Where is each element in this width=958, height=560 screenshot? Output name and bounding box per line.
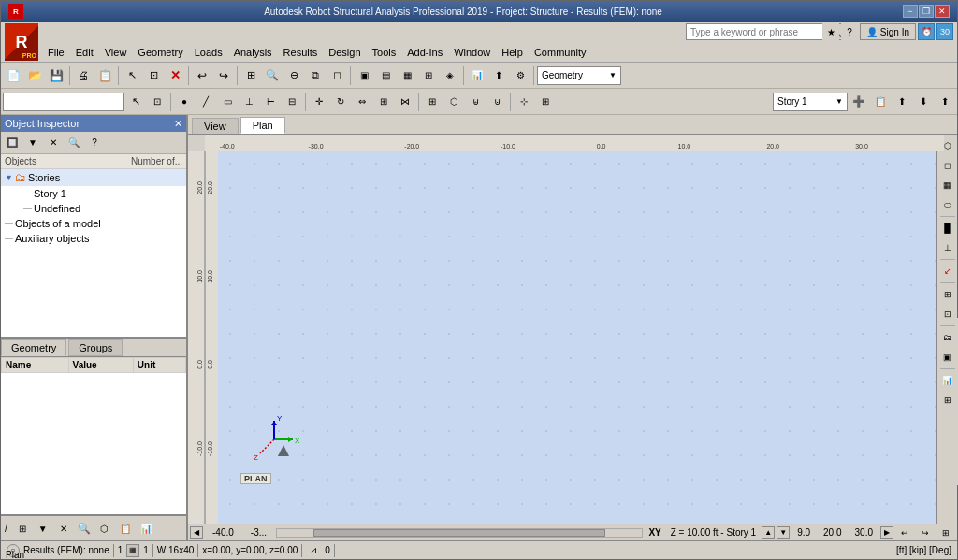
scroll-up-btn[interactable]: ▲ bbox=[762, 526, 775, 539]
render-btn[interactable]: ▣ bbox=[354, 65, 374, 86]
zoom-all-btn[interactable]: ⊞ bbox=[240, 65, 261, 86]
rt-btn4[interactable]: ⬭ bbox=[938, 195, 957, 214]
rt-btn12[interactable]: 📊 bbox=[938, 371, 957, 390]
extrude-btn[interactable]: ⬡ bbox=[443, 92, 464, 112]
menu-addins[interactable]: Add-Ins bbox=[401, 45, 448, 60]
rt-btn5[interactable]: █ bbox=[938, 219, 957, 237]
help-icon[interactable]: ? bbox=[841, 23, 858, 40]
nav-up-btn[interactable]: ⬆ bbox=[935, 92, 955, 112]
zoom-in-btn[interactable]: 🔍 bbox=[262, 65, 283, 86]
calc-btn[interactable]: ⚙ bbox=[510, 65, 530, 86]
story-up-btn[interactable]: ⬆ bbox=[892, 92, 912, 112]
rt-btn13[interactable]: ⊞ bbox=[938, 391, 957, 409]
menu-window[interactable]: Window bbox=[448, 45, 496, 60]
intersect-btn[interactable]: ⋈ bbox=[395, 92, 415, 112]
scroll-left-btn[interactable]: ◀ bbox=[190, 526, 203, 539]
nav-btn3[interactable]: ⊞ bbox=[936, 525, 955, 540]
load-btn[interactable]: ⬆ bbox=[488, 65, 509, 86]
zoom-out-btn[interactable]: ⊖ bbox=[283, 65, 304, 86]
rt-btn2[interactable]: ◻ bbox=[938, 156, 957, 175]
obj-inspector-close[interactable]: ✕ bbox=[174, 118, 182, 130]
release-btn[interactable]: ⊢ bbox=[260, 92, 281, 112]
scroll-down-btn[interactable]: ▼ bbox=[777, 526, 790, 539]
rt-btn3[interactable]: ▦ bbox=[938, 176, 957, 194]
minimize-btn[interactable]: − bbox=[903, 5, 918, 18]
mirror-btn[interactable]: ⇔ bbox=[352, 92, 372, 112]
nav-btn2[interactable]: ↪ bbox=[916, 525, 935, 540]
disp3-btn[interactable]: ⊞ bbox=[418, 65, 439, 86]
menu-design[interactable]: Design bbox=[323, 45, 366, 60]
section-btn[interactable]: ⊟ bbox=[282, 92, 302, 112]
star-icon[interactable]: ★ bbox=[822, 23, 839, 40]
rt-btn6[interactable]: ⊥ bbox=[938, 238, 957, 257]
lbt-btn7[interactable]: 📊 bbox=[137, 519, 155, 538]
rt-btn7[interactable]: ↙ bbox=[938, 262, 957, 280]
drawing-area[interactable]: X Y Z PLAN bbox=[218, 151, 936, 524]
unify-btn[interactable]: ⊌ bbox=[465, 92, 486, 112]
view3d-btn[interactable]: ◻ bbox=[327, 65, 347, 86]
tree-story1[interactable]: — Story 1 bbox=[1, 186, 186, 201]
copy-btn[interactable]: ⧉ bbox=[305, 65, 326, 86]
mesh-btn[interactable]: ⊞ bbox=[422, 92, 443, 112]
rotate-btn[interactable]: ↻ bbox=[330, 92, 351, 112]
rt-btn10[interactable]: 🗂 bbox=[938, 328, 957, 347]
lbt-btn6[interactable]: 📋 bbox=[116, 519, 135, 538]
rt-btn11[interactable]: ▣ bbox=[938, 348, 957, 366]
snap-btn[interactable]: ⊹ bbox=[514, 92, 534, 112]
printprev-btn[interactable]: 📋 bbox=[94, 65, 115, 86]
tab-groups[interactable]: Groups bbox=[68, 339, 123, 356]
tab-geometry[interactable]: Geometry bbox=[1, 339, 66, 356]
command-input[interactable] bbox=[3, 93, 124, 111]
obj-help-btn[interactable]: ? bbox=[85, 134, 104, 152]
menu-file[interactable]: File bbox=[42, 45, 70, 60]
tree-aux-objects[interactable]: — Auxiliary objects bbox=[1, 231, 186, 246]
menu-edit[interactable]: Edit bbox=[70, 45, 99, 60]
save-btn[interactable]: 💾 bbox=[46, 65, 66, 86]
node-btn[interactable]: ● bbox=[174, 92, 195, 112]
unify2-btn[interactable]: ⊍ bbox=[486, 92, 507, 112]
menu-community[interactable]: Community bbox=[529, 45, 592, 60]
tbl-btn[interactable]: 📊 bbox=[467, 65, 487, 86]
more-right-btn[interactable]: ▶ bbox=[880, 526, 893, 539]
tree-model-objects[interactable]: — Objects of a model bbox=[1, 216, 186, 231]
disp-btn[interactable]: ▤ bbox=[375, 65, 396, 86]
delete-btn[interactable]: ✕ bbox=[165, 65, 185, 86]
disp4-btn[interactable]: ◈ bbox=[440, 65, 460, 86]
menu-results[interactable]: Results bbox=[278, 45, 324, 60]
story-down-btn[interactable]: ⬇ bbox=[913, 92, 934, 112]
signin-button[interactable]: 👤 Sign In bbox=[860, 23, 916, 40]
plate-btn[interactable]: ▭ bbox=[217, 92, 238, 112]
select-cursor[interactable]: ⊡ bbox=[147, 92, 167, 112]
array-btn[interactable]: ⊞ bbox=[373, 92, 394, 112]
menu-tools[interactable]: Tools bbox=[367, 45, 402, 60]
menu-view[interactable]: View bbox=[99, 45, 133, 60]
close-btn[interactable]: ✕ bbox=[935, 5, 950, 18]
restore-btn[interactable]: ❐ bbox=[919, 5, 934, 18]
menu-help[interactable]: Help bbox=[496, 45, 529, 60]
print-btn[interactable]: 🖨 bbox=[73, 65, 94, 86]
add-story-btn[interactable]: ➕ bbox=[849, 92, 869, 112]
undo-btn[interactable]: ↩ bbox=[192, 65, 212, 86]
search-input[interactable] bbox=[686, 23, 826, 40]
lbt-btn1[interactable]: ⊞ bbox=[13, 519, 32, 538]
geometry-dropdown[interactable]: Geometry ▼ bbox=[537, 66, 621, 85]
grid-btn[interactable]: ⊞ bbox=[535, 92, 556, 112]
support-btn[interactable]: ⊥ bbox=[239, 92, 259, 112]
tab-plan[interactable]: Plan bbox=[240, 117, 285, 134]
select2-btn[interactable]: ⊡ bbox=[143, 65, 164, 86]
lbt-btn2[interactable]: ▼ bbox=[34, 519, 52, 538]
open-btn[interactable]: 📂 bbox=[24, 65, 45, 86]
menu-geometry[interactable]: Geometry bbox=[132, 45, 188, 60]
cursor-icon[interactable]: ↖ bbox=[125, 92, 146, 112]
lbt-btn3[interactable]: ✕ bbox=[54, 519, 73, 538]
nav-btn1[interactable]: ↩ bbox=[895, 525, 914, 540]
story-tbl-btn[interactable]: 📋 bbox=[870, 92, 891, 112]
find-btn[interactable]: 🔍 bbox=[65, 134, 83, 152]
rt-btn9[interactable]: ⊡ bbox=[938, 305, 957, 323]
rt-btn8[interactable]: ⊞ bbox=[938, 285, 957, 304]
deselect-btn[interactable]: ✕ bbox=[44, 134, 63, 152]
story-dropdown[interactable]: Story 1 ▼ bbox=[773, 93, 848, 111]
redo-btn[interactable]: ↪ bbox=[213, 65, 234, 86]
move-btn[interactable]: ✛ bbox=[309, 92, 329, 112]
tab-view[interactable]: View bbox=[192, 118, 239, 134]
